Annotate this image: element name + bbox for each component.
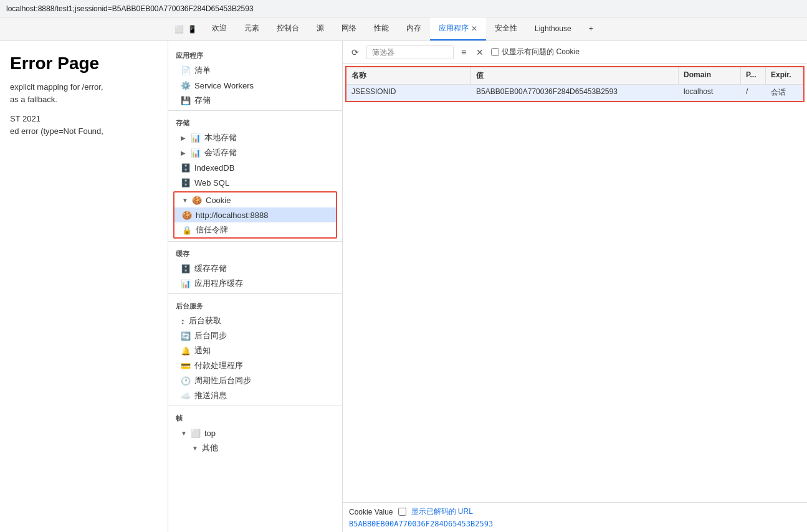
cell-expiry: 会话 xyxy=(766,85,803,100)
sidebar-item-service-workers[interactable]: ⚙️ Service Workers xyxy=(168,78,342,93)
sidebar-item-periodic-sync[interactable]: 🕐 周期性后台同步 xyxy=(168,373,342,388)
cookie-value-label-row: Cookie Value 显示已解码的 URL xyxy=(349,506,801,517)
sidebar: 应用程序 📄 清单 ⚙️ Service Workers 💾 存储 存储 ▶ 📊… xyxy=(168,41,343,532)
sidebar-item-websql[interactable]: 🗄️ Web SQL xyxy=(168,175,342,190)
sidebar-item-cookie-localhost[interactable]: 🍪 http://localhost:8888 xyxy=(174,207,336,222)
cookie-localhost-icon: 🍪 xyxy=(182,211,192,220)
sidebar-item-indexeddb[interactable]: 🗄️ IndexedDB xyxy=(168,160,342,175)
sidebar-section-frames: 帧 xyxy=(168,409,342,425)
table-row[interactable]: JSESSIONID B5ABB0EB00A770036F284D65453B2… xyxy=(346,85,803,101)
show-problematic-checkbox[interactable] xyxy=(491,48,499,56)
sidebar-item-localstorage-label: 本地存储 xyxy=(204,132,237,143)
sidebar-item-notifications[interactable]: 🔔 通知 xyxy=(168,343,342,358)
sidebar-item-sessionstorage-label: 会话存储 xyxy=(204,147,237,158)
sidebar-item-frame-top[interactable]: ▼ ⬜ top xyxy=(168,425,342,440)
sidebar-item-frame-top-label: top xyxy=(204,429,216,438)
sidebar-item-push[interactable]: ☁️ 推送消息 xyxy=(168,388,342,403)
main-layout: Error Page explicit mapping for /error, … xyxy=(0,41,807,532)
page-text-line2: as a fallback. xyxy=(10,93,158,106)
select-icon[interactable]: ⬜ xyxy=(174,25,184,34)
background-fetch-icon: ↕ xyxy=(181,316,185,326)
push-icon: ☁️ xyxy=(181,391,191,401)
sidebar-item-payment-handler[interactable]: 💳 付款处理程序 xyxy=(168,358,342,373)
periodic-sync-icon: 🕐 xyxy=(181,376,191,386)
filter-options-button[interactable]: ≡ xyxy=(459,46,469,59)
devtools-panel: 应用程序 📄 清单 ⚙️ Service Workers 💾 存储 存储 ▶ 📊… xyxy=(168,41,807,532)
sidebar-item-cache-storage[interactable]: 🗄️ 缓存存储 xyxy=(168,261,342,276)
show-decoded-label: 显示已解码的 URL xyxy=(411,506,473,517)
background-sync-icon: 🔄 xyxy=(181,331,191,341)
tab-elements[interactable]: 元素 xyxy=(236,17,268,40)
trust-token-icon: 🔒 xyxy=(182,226,192,235)
page-text-line3: ST 2021 xyxy=(10,113,158,125)
tab-sources[interactable]: 源 xyxy=(308,17,333,40)
storage-icon: 💾 xyxy=(181,96,191,105)
device-icon[interactable]: 📱 xyxy=(188,25,197,34)
tab-console[interactable]: 控制台 xyxy=(268,17,308,40)
address-bar: localhost:8888/test1;jsessionid=B5ABB0EB… xyxy=(0,0,807,17)
sidebar-item-payment-handler-label: 付款处理程序 xyxy=(194,360,243,371)
sidebar-section-application: 应用程序 xyxy=(168,46,342,63)
cell-path: / xyxy=(741,85,766,100)
frame-top-arrow-icon: ▼ xyxy=(181,430,187,437)
sidebar-item-storage[interactable]: 💾 存储 xyxy=(168,93,342,108)
cookie-icon: 🍪 xyxy=(192,196,202,205)
page-text-line4: ed error (type=Not Found, xyxy=(10,125,158,138)
tab-application[interactable]: 应用程序 ✕ xyxy=(430,17,486,40)
indexeddb-icon: 🗄️ xyxy=(181,163,191,173)
col-header-value: 值 xyxy=(471,67,679,84)
sidebar-item-storage-label: 存储 xyxy=(194,95,211,106)
frame-other-arrow-icon: ▼ xyxy=(192,445,198,452)
col-header-name: 名称 xyxy=(346,67,471,84)
sidebar-item-localstorage[interactable]: ▶ 📊 本地存储 xyxy=(168,130,342,145)
sidebar-section-cache: 缓存 xyxy=(168,244,342,261)
cookie-value-text: B5ABB0EB00A770036F284D65453B2593 xyxy=(349,520,801,528)
sidebar-item-background-sync-label: 后台同步 xyxy=(194,330,227,341)
tab-security[interactable]: 安全性 xyxy=(486,17,526,40)
col-header-expiry: Expir. xyxy=(766,67,803,84)
cookie-value-title: Cookie Value xyxy=(349,508,393,516)
clear-filter-button[interactable]: ✕ xyxy=(474,46,486,59)
sidebar-item-background-fetch[interactable]: ↕ 后台获取 xyxy=(168,313,342,328)
col-header-domain: Domain xyxy=(679,67,741,84)
page-title: Error Page xyxy=(10,54,158,74)
tab-close-icon[interactable]: ✕ xyxy=(471,24,477,33)
refresh-button[interactable]: ⟳ xyxy=(349,46,361,59)
show-problematic-label[interactable]: 仅显示有问题的 Cookie xyxy=(491,47,580,57)
sidebar-item-indexeddb-label: IndexedDB xyxy=(194,163,234,173)
sidebar-item-trust-token[interactable]: 🔒 信任令牌 xyxy=(174,222,336,237)
content-spacer xyxy=(343,105,807,502)
sidebar-item-background-fetch-label: 后台获取 xyxy=(189,315,221,326)
divider-2 xyxy=(168,241,342,242)
sessionstorage-icon: 📊 xyxy=(191,148,201,158)
cell-domain: localhost xyxy=(679,85,741,100)
cell-value: B5ABB0EB00A770036F284D65453B2593 xyxy=(471,85,679,100)
tab-network[interactable]: 网络 xyxy=(333,17,365,40)
show-decoded-checkbox[interactable] xyxy=(398,508,406,516)
page-text-line1: explicit mapping for /error, xyxy=(10,81,158,93)
sidebar-item-periodic-sync-label: 周期性后台同步 xyxy=(194,375,251,386)
sidebar-item-frame-other[interactable]: ▼ 其他 xyxy=(168,440,342,455)
sidebar-item-app-cache[interactable]: 📊 应用程序缓存 xyxy=(168,276,342,291)
tab-welcome[interactable]: 欢迎 xyxy=(203,17,236,40)
cookie-arrow-icon: ▼ xyxy=(182,197,188,204)
sidebar-item-cookie[interactable]: ▼ 🍪 Cookie xyxy=(174,192,336,207)
tab-performance[interactable]: 性能 xyxy=(365,17,398,40)
sidebar-item-manifest[interactable]: 📄 清单 xyxy=(168,63,342,78)
sidebar-item-cookie-localhost-label: http://localhost:8888 xyxy=(196,211,268,220)
filter-input[interactable] xyxy=(366,45,454,59)
arrow-icon: ▶ xyxy=(181,135,187,141)
cookie-group: ▼ 🍪 Cookie 🍪 http://localhost:8888 🔒 信任令… xyxy=(173,191,337,239)
show-problematic-text: 仅显示有问题的 Cookie xyxy=(502,47,580,57)
tab-icon-group: ⬜ 📱 xyxy=(168,25,203,34)
content-area: ⟳ ≡ ✕ 仅显示有问题的 Cookie 名称 值 Domain P... Ex… xyxy=(343,41,807,532)
service-workers-icon: ⚙️ xyxy=(181,81,191,90)
sidebar-item-manifest-label: 清单 xyxy=(194,65,211,76)
tab-add[interactable]: + xyxy=(580,17,602,40)
tab-lighthouse[interactable]: Lighthouse xyxy=(526,17,580,40)
sidebar-item-service-workers-label: Service Workers xyxy=(194,81,254,90)
sidebar-item-background-sync[interactable]: 🔄 后台同步 xyxy=(168,328,342,343)
app-cache-icon: 📊 xyxy=(181,279,191,288)
tab-memory[interactable]: 内存 xyxy=(398,17,430,40)
sidebar-item-sessionstorage[interactable]: ▶ 📊 会话存储 xyxy=(168,145,342,160)
